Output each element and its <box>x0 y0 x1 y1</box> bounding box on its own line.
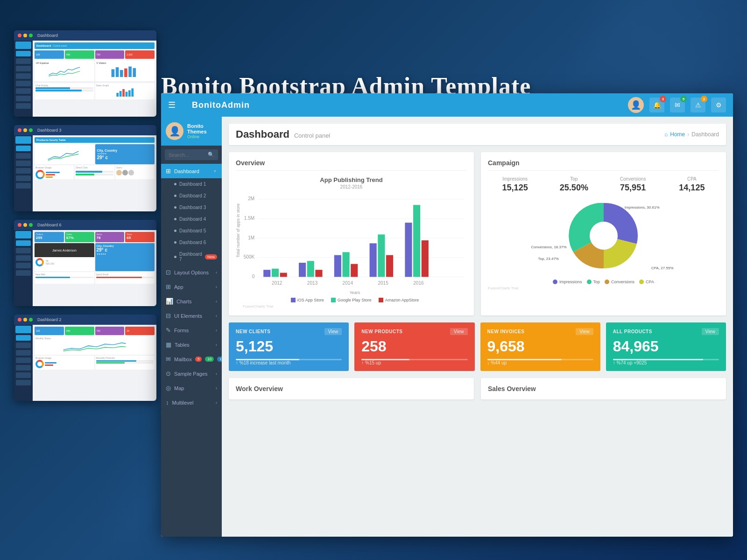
settings-button[interactable]: ⚙ <box>711 98 726 112</box>
sub-label-4: Dashboard 4 <box>179 217 206 222</box>
hamburger-button[interactable]: ☰ <box>168 100 176 110</box>
svg-rect-31 <box>370 243 377 277</box>
sub-dot-2 <box>174 195 176 197</box>
legend-amazon: Amazon AppStore <box>379 298 419 302</box>
sidebar-menu: ⊞ Dashboard ▼ Dashboard 1 Dashboard 2 Da… <box>161 164 222 537</box>
sidebar-item-dashboard1[interactable]: Dashboard 1 <box>161 178 222 190</box>
work-overview-title: Work Overview <box>236 385 467 392</box>
sub-label-1: Dashboard 1 <box>179 182 206 187</box>
sidebar-item-mailbox[interactable]: ✉ Mailbox 5 10 12 <box>161 352 222 366</box>
sidebar-item-sample[interactable]: ⊙ Sample Pages ‹ <box>161 366 222 381</box>
new-invoices-label: NEW INVOICES View <box>487 328 593 335</box>
sidebar-item-dashboard2[interactable]: Dashboard 2 <box>161 190 222 202</box>
view-products-button[interactable]: View <box>450 328 468 335</box>
svg-rect-35 <box>413 205 420 277</box>
ui-chevron: ‹ <box>216 314 217 318</box>
sidebar: 👤 Bonito Themes Online 🔍 ⊞ Dashboard ▼ <box>161 117 222 537</box>
thumbnail-dashboard1[interactable]: Dashboard Dashboard Control panel <box>14 30 156 117</box>
work-overview-card: Work Overview <box>229 378 474 399</box>
mailbox-badge2: 10 <box>205 357 214 362</box>
pie-label-impressions: Impressions, 30.61% <box>625 205 660 210</box>
app-icon: ⊞ <box>166 283 171 290</box>
user-avatar[interactable]: 👤 <box>628 97 644 113</box>
app-publishing-chart: 2M 1.5M 1M 500K 0 <box>243 193 467 287</box>
svg-rect-28 <box>334 255 341 277</box>
sidebar-item-map[interactable]: ◎ Map ‹ <box>161 381 222 395</box>
sub-label-3: Dashboard 3 <box>179 205 206 210</box>
new-clients-label: NEW CLIENTS View <box>236 328 342 335</box>
impressions-value: 15,125 <box>488 183 542 193</box>
legend-ios: iOS App Store <box>291 298 324 302</box>
sidebar-item-dashboard[interactable]: ⊞ Dashboard ▼ <box>161 164 222 178</box>
sidebar-item-charts[interactable]: 📊 Charts ‹ <box>161 294 222 308</box>
conversions-label: Conversions <box>606 176 660 182</box>
dashboard-panel: ☰ BonitoAdmin 👤 🔔 3 ✉ 5 ⚠ 2 ⚙ 👤 <box>161 93 733 537</box>
thumbnail-dashboard2[interactable]: Dashboard 2 10K 40K 750 2K <box>14 315 156 401</box>
sidebar-avatar: 👤 <box>166 122 183 140</box>
sidebar-item-multilevel[interactable]: ↕ Multilevel ‹ <box>161 395 222 410</box>
sidebar-item-dashboard3[interactable]: Dashboard 3 <box>161 202 222 213</box>
cpa-value: 14,125 <box>665 183 719 193</box>
view-clients-button[interactable]: View <box>324 328 342 335</box>
dashboard7-badge: New <box>205 254 217 259</box>
svg-rect-9 <box>125 92 127 97</box>
charts-label: Charts <box>176 299 212 304</box>
svg-rect-24 <box>280 273 287 277</box>
page-title-area: Dashboard Control panel <box>236 128 330 140</box>
svg-rect-1 <box>115 67 119 77</box>
page-header: Dashboard Control panel ⌂ Home › Dashboa… <box>229 124 726 145</box>
svg-text:2016: 2016 <box>413 280 424 286</box>
all-products-label: ALL PRODUCTS View <box>613 328 719 335</box>
sub-dot-3 <box>174 206 176 209</box>
breadcrumb-current: Dashboard <box>691 131 719 138</box>
sidebar-item-dashboard6[interactable]: Dashboard 6 <box>161 237 222 248</box>
sidebar-item-app[interactable]: ⊞ App ‹ <box>161 280 222 294</box>
thumb2-title: Dashboard 2 <box>37 317 62 322</box>
sidebar-item-ui[interactable]: ⊟ UI Elements ‹ <box>161 308 222 323</box>
sidebar-item-dashboard7[interactable]: Dashboard 7 New <box>161 248 222 265</box>
camp-stat-top: Top 25.50% <box>547 176 601 193</box>
layout-chevron: ‹ <box>216 270 217 275</box>
sidebar-item-tables[interactable]: ▦ Tables ‹ <box>161 337 222 352</box>
sidebar-item-dashboard5[interactable]: Dashboard 5 <box>161 225 222 237</box>
new-products-label: NEW PRODUCTS View <box>361 328 467 335</box>
tables-icon: ▦ <box>166 341 171 348</box>
pie-label-conversions: Conversions, 18.37% <box>531 245 567 249</box>
multilevel-label: Multilevel <box>172 400 213 406</box>
ui-label: UI Elements <box>174 313 212 319</box>
main-body: 👤 Bonito Themes Online 🔍 ⊞ Dashboard ▼ <box>161 117 733 537</box>
svg-text:2012: 2012 <box>272 280 282 286</box>
view-all-products-button[interactable]: View <box>702 328 719 335</box>
sidebar-item-forms[interactable]: ✎ Forms ‹ <box>161 323 222 337</box>
sub-dot-7 <box>174 256 176 258</box>
new-clients-change: ↑ %18 increase last month <box>236 360 342 365</box>
breadcrumb-home[interactable]: Home <box>670 131 685 138</box>
svg-rect-30 <box>351 264 358 277</box>
svg-rect-4 <box>128 67 132 77</box>
nav-icons: 👤 🔔 3 ✉ 5 ⚠ 2 ⚙ <box>628 97 726 113</box>
multilevel-icon: ↕ <box>166 399 169 406</box>
search-box[interactable]: 🔍 <box>165 149 218 160</box>
y-axis-label: Total number of apps in store <box>236 193 240 268</box>
dot-yellow4 <box>23 318 27 322</box>
sidebar-dashboard-label: Dashboard <box>174 168 210 174</box>
thumb6-title: Dashboard 6 <box>37 223 62 227</box>
thumbnail-dashboard6[interactable]: Dashboard 6 Orders 255 Sales <box>14 220 156 306</box>
stat-card-new-clients: NEW CLIENTS View 5,125 ↑ %18 increase la… <box>229 322 349 371</box>
thumb1-title: Dashboard <box>37 33 58 38</box>
page-subtitle: Control panel <box>294 132 330 139</box>
dashboard-icon: ⊞ <box>166 168 171 175</box>
sample-label: Sample Pages <box>174 371 212 377</box>
sidebar-item-dashboard4[interactable]: Dashboard 4 <box>161 213 222 225</box>
svg-rect-2 <box>120 70 123 77</box>
search-input[interactable] <box>169 152 205 158</box>
top-navbar: ☰ BonitoAdmin 👤 🔔 3 ✉ 5 ⚠ 2 ⚙ <box>161 93 733 117</box>
view-invoices-button[interactable]: View <box>576 328 593 335</box>
page-title: Dashboard <box>236 128 289 140</box>
overview-title: Overview <box>236 159 467 171</box>
multilevel-chevron: ‹ <box>216 400 217 405</box>
thumbnail-dashboard3[interactable]: Dashboard 3 Products hourly Table <box>14 125 156 211</box>
campaign-card: Campaign Impressions 15,125 Top 25.50% C… <box>481 152 726 315</box>
sidebar-item-layout[interactable]: ⊡ Layout Options ‹ <box>161 265 222 280</box>
top-label: Top <box>547 176 601 182</box>
